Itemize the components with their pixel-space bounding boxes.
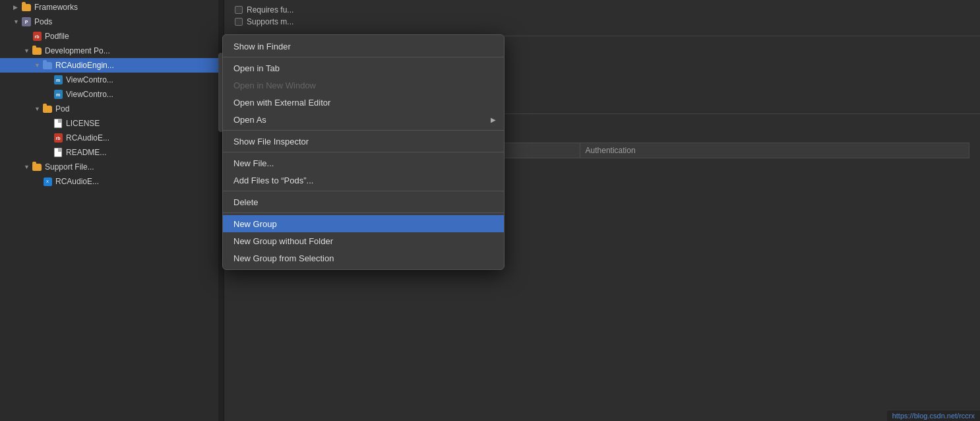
rb-icon: rb (32, 31, 42, 42)
menu-item-label: New Group (233, 219, 277, 229)
sidebar-item-label: LICENSE (66, 119, 100, 128)
rb-icon: rb (53, 133, 63, 143)
url-text: https://blog.csdn.net/rccrx (892, 412, 975, 420)
menu-separator (223, 130, 504, 131)
checkbox-requires-box[interactable] (235, 6, 243, 14)
sidebar-item-label: RCAudioE... (66, 133, 109, 143)
checkbox-supports-label: Supports m... (247, 17, 293, 26)
menu-item-add-files[interactable]: Add Files to “Pods”... (223, 172, 504, 189)
url-bar: https://blog.csdn.net/rccrx (887, 410, 980, 421)
menu-item-open-with-external-editor[interactable]: Open with External Editor (223, 94, 504, 111)
m-icon: m (53, 89, 63, 100)
menu-item-label: Open As (233, 115, 266, 125)
arrow-icon: ▶ (13, 4, 21, 11)
arrow-icon: ▼ (34, 106, 42, 112)
sidebar-item-rcaudioengine[interactable]: ▼ RCAudioEngin... (0, 58, 224, 73)
sidebar-item-license[interactable]: LICENSE (0, 116, 224, 131)
arrow-icon: ▼ (34, 62, 42, 69)
sidebar-item-label: Podfile (45, 32, 69, 41)
arrow-icon: ▼ (24, 48, 32, 54)
sidebar-item-viewcontrol2[interactable]: m ViewContro... (0, 87, 224, 102)
menu-item-label: Open in Tab (233, 63, 280, 73)
menu-separator (223, 152, 504, 152)
sidebar-item-devpods[interactable]: ▼ Development Po... (0, 44, 224, 58)
sidebar-item-label: Development Po... (45, 46, 110, 55)
sidebar-item-label: Support File... (45, 162, 94, 172)
folder-icon (32, 46, 42, 56)
folder-icon (32, 162, 42, 172)
menu-item-open-as[interactable]: Open As ▶ (223, 111, 504, 128)
sidebar-item-label: ViewContro... (66, 75, 113, 84)
sidebar-item-pods[interactable]: ▼ P Pods (0, 15, 224, 29)
menu-item-label: Open with External Editor (233, 98, 330, 108)
sidebar-item-label: Pods (34, 17, 52, 26)
sidebar-item-label: README... (66, 148, 106, 157)
menu-item-show-file-inspector[interactable]: Show File Inspector (223, 133, 504, 150)
menu-item-label: Add Files to “Pods”... (233, 176, 313, 185)
checkbox-requires-label: Requires fu... (247, 5, 293, 15)
menu-item-label: New Group from Selection (233, 253, 334, 263)
menu-item-label: Delete (233, 197, 259, 207)
menu-item-label: Show in Finder (233, 42, 291, 51)
sidebar-item-rcaudioe2[interactable]: X RCAudioE... (0, 174, 224, 189)
sidebar-item-frameworks[interactable]: ▶ Frameworks (0, 0, 224, 15)
checkbox-supports-box[interactable] (235, 18, 243, 26)
menu-item-new-file[interactable]: New File... (223, 154, 504, 172)
menu-item-label: New Group without Folder (233, 236, 333, 246)
menu-item-new-group-without-folder[interactable]: New Group without Folder (223, 232, 504, 249)
context-menu: Show in Finder Open in Tab Open in New W… (222, 34, 505, 270)
checkbox-requires: Requires fu... (235, 5, 969, 15)
menu-item-open-in-tab[interactable]: Open in Tab (223, 59, 504, 77)
menu-separator (223, 212, 504, 213)
sidebar-item-label: Frameworks (34, 3, 78, 12)
intent-col-auth: Authentication (580, 143, 969, 158)
sidebar-item-supportfiles[interactable]: ▼ Support File... (0, 160, 224, 174)
menu-item-new-group-from-selection[interactable]: New Group from Selection (223, 249, 504, 267)
folder-blue-icon (42, 60, 53, 71)
menu-separator (223, 57, 504, 57)
sidebar-item-pod[interactable]: ▼ Pod (0, 102, 224, 116)
sidebar-item-label: RCAudioEngin... (55, 61, 114, 70)
sidebar-item-rcaudioe1[interactable]: rb RCAudioE... (0, 131, 224, 145)
menu-item-label: Show File Inspector (233, 137, 309, 146)
sidebar-item-label: ViewContro... (66, 90, 113, 99)
menu-item-new-group[interactable]: New Group (223, 215, 504, 232)
doc-icon (53, 147, 63, 158)
doc-icon (53, 118, 63, 129)
sidebar-item-viewcontrol1[interactable]: m ViewContro... (0, 73, 224, 87)
arrow-icon: ▼ (24, 164, 32, 170)
checkbox-supports: Supports m... (235, 17, 969, 26)
m-icon: m (53, 75, 63, 85)
sidebar-item-label: Pod (55, 104, 69, 113)
menu-item-label: New File... (233, 158, 274, 168)
menu-item-delete[interactable]: Delete (223, 193, 504, 210)
menu-item-label: Open in New Window (233, 81, 316, 90)
sidebar-item-label: RCAudioE... (55, 177, 99, 186)
arrow-icon: ▼ (13, 18, 21, 25)
sidebar: ▶ Frameworks ▼ P Pods rb Podfile ▼ Devel… (0, 0, 224, 421)
submenu-arrow-icon: ▶ (491, 116, 496, 123)
folder-icon (21, 2, 32, 13)
menu-item-open-in-new-window: Open in New Window (223, 77, 504, 94)
sidebar-item-podfile[interactable]: rb Podfile (0, 29, 224, 44)
folder-icon (42, 104, 53, 114)
top-checkboxes: Requires fu... Supports m... (224, 0, 980, 32)
pods-icon: P (21, 16, 32, 27)
xcode-icon: X (42, 176, 53, 187)
menu-item-show-in-finder[interactable]: Show in Finder (223, 38, 504, 55)
sidebar-item-readme[interactable]: README... (0, 145, 224, 160)
menu-separator (223, 191, 504, 191)
